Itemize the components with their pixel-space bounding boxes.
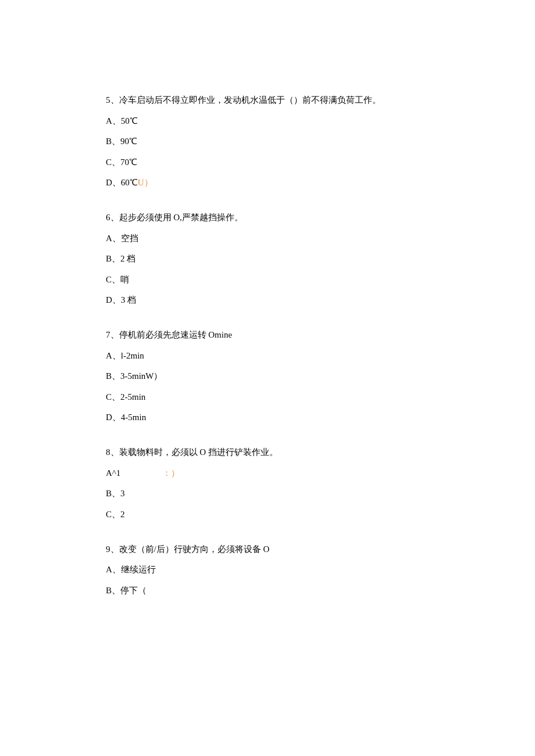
question-9: 9、改变（前/后）行驶方向，必须将设备 O A、继续运行 B、停下（ bbox=[106, 545, 430, 595]
option-a: A^1：） bbox=[106, 469, 430, 478]
option-a-text: A^1 bbox=[106, 468, 120, 478]
option-b: B、3-5minW） bbox=[106, 372, 430, 381]
question-stem: 5、冷车启动后不得立即作业，发动机水温低于（）前不得满负荷工作。 bbox=[106, 96, 430, 105]
question-5: 5、冷车启动后不得立即作业，发动机水温低于（）前不得满负荷工作。 A、50℃ B… bbox=[106, 96, 430, 187]
option-b: B、90℃ bbox=[106, 137, 430, 146]
option-b: B、停下（ bbox=[106, 586, 430, 595]
option-a: A、空挡 bbox=[106, 234, 430, 243]
option-d-text: D、60℃ bbox=[106, 178, 138, 187]
question-stem: 7、停机前必须先怠速运转 Omine bbox=[106, 331, 430, 339]
document-page: 5、冷车启动后不得立即作业，发动机水温低于（）前不得满负荷工作。 A、50℃ B… bbox=[0, 0, 535, 595]
question-stem: 9、改变（前/后）行驶方向，必须将设备 O bbox=[106, 545, 430, 554]
option-a-answer-mark: ：） bbox=[162, 468, 180, 478]
option-c: C、2-5min bbox=[106, 393, 430, 402]
option-d: D、3 档 bbox=[106, 296, 430, 304]
question-8: 8、装载物料时，必须以 O 挡进行铲装作业。 A^1：） B、3 C、2 bbox=[106, 448, 430, 519]
question-6: 6、起步必须使用 O,严禁越挡操作。 A、空挡 B、2 档 C、哨 D、3 档 bbox=[106, 213, 430, 304]
option-d: D、4-5min bbox=[106, 413, 430, 422]
option-a: A、50℃ bbox=[106, 117, 430, 126]
option-d-answer-mark: U） bbox=[138, 178, 153, 187]
question-stem: 8、装载物料时，必须以 O 挡进行铲装作业。 bbox=[106, 448, 430, 457]
question-stem: 6、起步必须使用 O,严禁越挡操作。 bbox=[106, 213, 430, 222]
option-b: B、3 bbox=[106, 489, 430, 498]
option-c: C、70℃ bbox=[106, 158, 430, 167]
option-a: A、继续运行 bbox=[106, 565, 430, 574]
option-c: C、2 bbox=[106, 510, 430, 519]
option-b: B、2 档 bbox=[106, 255, 430, 263]
option-d: D、60℃U） bbox=[106, 178, 430, 187]
option-c: C、哨 bbox=[106, 275, 430, 284]
question-7: 7、停机前必须先怠速运转 Omine A、l-2min B、3-5minW） C… bbox=[106, 331, 430, 422]
option-a: A、l-2min bbox=[106, 352, 430, 360]
